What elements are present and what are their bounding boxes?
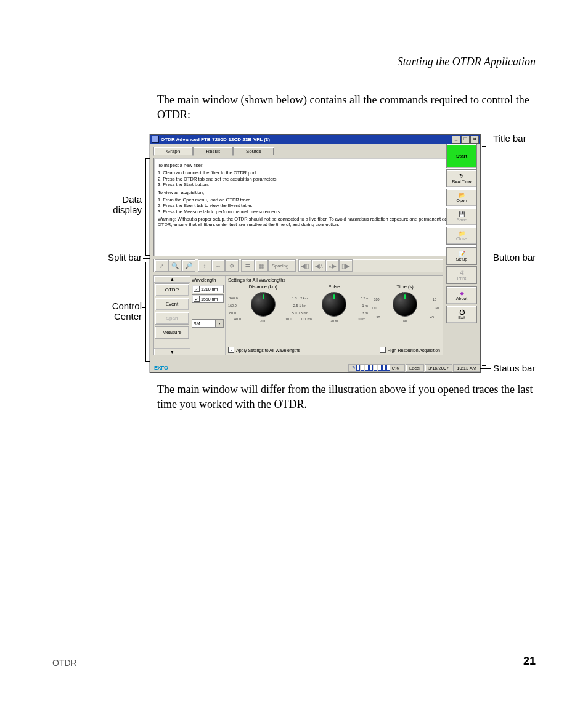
minimize-button[interactable]: _ <box>452 136 460 144</box>
scale-label: 10 <box>433 298 436 301</box>
power-icon: ⏻ <box>459 310 465 315</box>
marker-full-icon[interactable]: ✥ <box>225 259 239 272</box>
pulse-knob-group: Pulse Auto 2 km 0.5 m 1 km 1 m 0.3 km 3 <box>299 284 369 317</box>
scale-label: 20.0 <box>259 319 266 323</box>
tab-graph[interactable]: Graph <box>153 147 193 156</box>
control-center: ▴ OTDR Event Span Measure ▾ Wavelength ✓… <box>153 275 443 355</box>
close-window-button[interactable]: × <box>470 136 479 144</box>
main-tabs: Graph Result Source <box>150 144 480 158</box>
exit-label: Exit <box>458 315 465 320</box>
realtime-button[interactable]: ↻ Real Time <box>446 169 477 187</box>
status-time: 10:13 AM <box>453 364 480 372</box>
scale-label: 60 <box>403 319 407 323</box>
callout-split-bar: Split bar <box>99 253 142 263</box>
maximize-button[interactable]: □ <box>461 136 470 144</box>
instructions-line: To view an acquisition, <box>158 190 473 195</box>
scale-label: 160.0 <box>228 304 237 307</box>
prev-lambda-icon[interactable]: ◀λ <box>312 259 325 272</box>
distance-knob[interactable] <box>251 292 276 317</box>
scale-label: 3 m <box>362 311 368 315</box>
scale-label: Auto <box>330 291 337 295</box>
cc-scroll-up-icon[interactable]: ▴ <box>154 276 190 283</box>
next-lambda-icon[interactable]: λ▶ <box>325 259 339 272</box>
footer-product: OTDR <box>52 658 77 668</box>
callout-title-bar: Title bar <box>493 134 526 144</box>
cc-tab-otdr[interactable]: OTDR <box>155 283 189 296</box>
print-label: Print <box>457 276 466 280</box>
wavelength-1310-option[interactable]: ✓ 1310 nm <box>192 285 224 293</box>
scale-label: 10.0 <box>285 317 292 321</box>
scale-label: 90 <box>376 315 380 319</box>
tab-source[interactable]: Source <box>233 147 274 156</box>
realtime-label: Real Time <box>452 179 472 184</box>
grid-icon[interactable]: ▦ <box>255 259 268 272</box>
cc-tab-span[interactable]: Span <box>155 312 189 325</box>
folder-open-icon: 📂 <box>459 193 465 198</box>
instructions-line: 3. Press the Start button. <box>158 182 473 187</box>
scale-label: 0.1 km <box>301 317 312 321</box>
apply-all-checkbox[interactable]: ✓ Apply Settings to All Wavelengths <box>228 347 300 353</box>
time-knob[interactable] <box>393 292 417 317</box>
save-icon: 💾 <box>459 212 465 217</box>
high-res-checkbox[interactable]: High-Resolution Acquisition <box>380 347 440 353</box>
spacing-button[interactable]: Spacing... <box>268 259 296 272</box>
title-bar: OTDR Advanced FTB-7200D-12CD-23B-VFL (3)… <box>150 135 480 144</box>
pulse-knob[interactable] <box>322 292 346 317</box>
callout-data-display: Data display <box>105 195 142 215</box>
ruler-icon[interactable]: 〓 <box>241 259 255 272</box>
scale-label: Auto <box>402 291 409 295</box>
instructions-line: 3. Press the Measure tab to perform manu… <box>158 209 473 214</box>
open-button[interactable]: 📂 Open <box>446 189 477 206</box>
callout-status-bar: Status bar <box>493 363 535 374</box>
tab-result[interactable]: Result <box>193 147 233 156</box>
about-icon: ◆ <box>460 291 464 296</box>
scale-label: 30 <box>435 306 439 310</box>
print-button[interactable]: 🖨 Print <box>446 266 477 284</box>
fiber-mode-select[interactable]: SM <box>192 319 224 328</box>
scale-label: 2.5 <box>293 304 298 307</box>
scale-label: 1 m <box>362 304 368 307</box>
cc-tab-event[interactable]: Event <box>155 298 189 310</box>
next-trace-icon[interactable]: ▯▶ <box>339 259 353 272</box>
time-label: Time (s) <box>370 284 440 290</box>
cc-tab-measure[interactable]: Measure <box>155 326 189 339</box>
fiber-mode-value: SM <box>194 322 200 326</box>
start-button[interactable]: Start <box>446 144 477 168</box>
exit-button[interactable]: ⏻ Exit <box>446 306 477 323</box>
control-center-settings: Wavelength ✓ 1310 nm ✓ 1550 nm SM <box>190 275 443 355</box>
wavelength-1550-option[interactable]: ✓ 1550 nm <box>192 294 224 303</box>
outro-paragraph: The main window will differ from the ill… <box>157 382 536 412</box>
otdr-main-window: OTDR Advanced FTB-7200D-12CD-23B-VFL (3)… <box>150 134 481 373</box>
marker-b-icon[interactable]: ↔ <box>211 259 225 272</box>
scale-label: 5.0 <box>292 311 297 315</box>
section-title: Starting the OTDR Application <box>398 55 536 68</box>
about-button[interactable]: ◆ About <box>446 286 477 304</box>
scale-label: 80.0 <box>229 311 236 315</box>
instructions-line: To inspect a new fiber, <box>158 163 473 168</box>
app-icon <box>152 136 159 143</box>
folder-icon: 📁 <box>459 231 465 237</box>
realtime-icon: ↻ <box>459 174 464 179</box>
distance-knob-group: Distance (km) Auto 260.0 1.3 160.0 2.5 8… <box>228 284 298 317</box>
main-content-row: To inspect a new fiber, 1. Clean and con… <box>150 158 480 256</box>
wavelength-header: Wavelength <box>192 277 224 283</box>
wavelength-1550-label: 1550 nm <box>201 297 218 301</box>
zoom-in-icon[interactable]: 🔍 <box>168 259 182 272</box>
check-icon: ✓ <box>194 296 200 302</box>
close-button[interactable]: 📁 Close <box>446 227 477 245</box>
zoom-reset-icon[interactable]: ⤢ <box>155 259 168 272</box>
instructions-line: 2. Press the OTDR tab and set the acquis… <box>158 176 473 182</box>
page-number: 21 <box>523 655 536 668</box>
setup-button[interactable]: 📝 Setup <box>446 247 477 265</box>
status-bar: EXFO ✎ 0% Local 3/16/2007 10:13 AM <box>150 363 480 372</box>
progress-icon: ✎ <box>352 365 356 370</box>
prev-trace-icon[interactable]: ◀▯ <box>298 259 312 272</box>
zoom-out-icon[interactable]: 🔎 <box>182 259 195 272</box>
settings-column: Settings for All Wavelengths Distance (k… <box>226 276 443 355</box>
close-label: Close <box>456 237 467 241</box>
save-button[interactable]: 💾 Save <box>446 208 477 225</box>
cc-scroll-down-icon[interactable]: ▾ <box>154 348 190 355</box>
marker-a-icon[interactable]: ↕ <box>198 259 211 272</box>
check-icon <box>380 347 386 353</box>
scale-label: 45 <box>430 315 434 319</box>
